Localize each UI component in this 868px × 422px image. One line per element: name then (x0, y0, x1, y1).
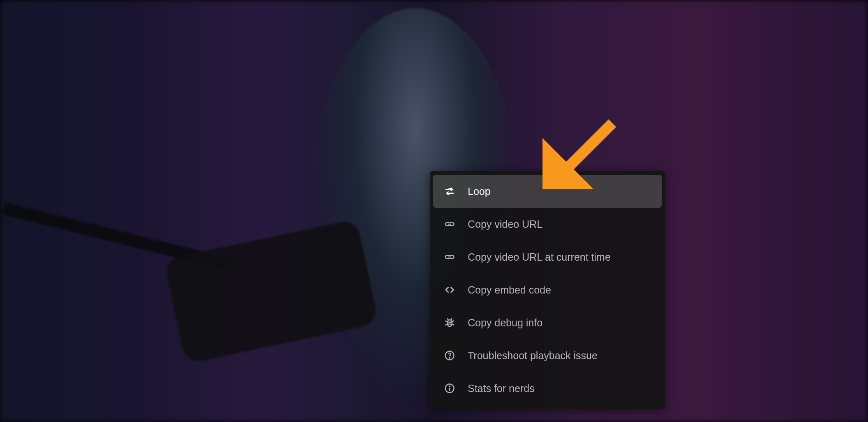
menu-item-label: Copy video URL at current time (468, 251, 611, 263)
menu-item-copy-debug[interactable]: Copy debug info (433, 306, 662, 339)
bug-icon (444, 317, 455, 328)
svg-line-5 (446, 321, 448, 321)
svg-line-10 (451, 319, 452, 320)
menu-item-label: Troubleshoot playback issue (468, 350, 598, 362)
svg-point-14 (449, 358, 450, 358)
menu-item-copy-url-time[interactable]: Copy video URL at current time (433, 241, 662, 273)
svg-point-16 (449, 386, 450, 387)
help-icon (444, 350, 455, 361)
svg-point-4 (447, 320, 452, 326)
menu-item-label: Loop (468, 186, 491, 197)
menu-item-stats[interactable]: Stats for nerds (433, 372, 662, 405)
menu-item-loop[interactable]: Loop (433, 175, 662, 208)
menu-item-label: Copy embed code (468, 284, 551, 296)
loop-icon (444, 186, 455, 197)
code-icon (444, 284, 455, 296)
svg-line-8 (452, 324, 454, 325)
menu-item-label: Copy video URL (468, 218, 542, 230)
svg-line-7 (446, 324, 448, 325)
menu-item-label: Stats for nerds (468, 383, 535, 394)
info-icon (444, 383, 455, 394)
menu-item-copy-url[interactable]: Copy video URL (433, 208, 662, 241)
menu-item-troubleshoot[interactable]: Troubleshoot playback issue (433, 339, 662, 372)
svg-line-9 (447, 319, 448, 320)
menu-item-label: Copy debug info (468, 317, 542, 329)
svg-line-6 (452, 321, 454, 321)
link-icon (444, 218, 455, 230)
menu-item-copy-embed[interactable]: Copy embed code (433, 273, 662, 306)
video-context-menu: Loop Copy video URL Copy video URL at cu… (430, 171, 665, 409)
link-icon (444, 251, 455, 263)
